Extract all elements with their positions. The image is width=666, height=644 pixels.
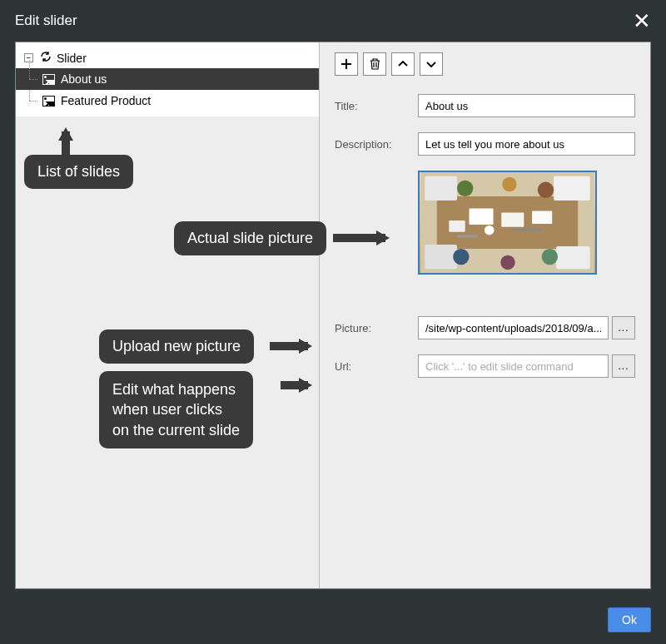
annotation-callout-list: List of slides [24,155,133,189]
svg-rect-2 [425,176,457,201]
image-icon [42,96,55,107]
annotation-arrow [333,230,395,246]
preview-illustration [420,172,595,273]
svg-point-6 [457,181,473,196]
svg-rect-12 [470,209,494,225]
close-icon[interactable]: ✕ [633,10,651,32]
tree-root[interactable]: − Slider [16,47,319,68]
annotation-callout-actual: Actual slide picture [174,221,326,255]
tree-item-about-us[interactable]: About us [16,68,319,90]
ok-button[interactable]: Ok [608,607,651,632]
dialog-title: Edit slider [15,12,77,29]
svg-rect-4 [425,245,457,269]
annotation-arrow [281,377,318,394]
chevron-down-icon [426,61,436,67]
left-panel: − Slider About us Featured Product [16,42,320,588]
svg-point-7 [502,177,516,191]
annotation-arrow [57,121,74,155]
tree-root-label: Slider [57,52,87,65]
tree-item-label: About us [61,72,107,86]
svg-point-8 [538,182,554,198]
svg-rect-13 [501,212,524,226]
toolbar [335,52,635,76]
title-row: Title: [335,94,635,117]
svg-rect-17 [514,229,542,231]
svg-point-9 [453,249,469,265]
tree-item-featured-product[interactable]: Featured Product [16,90,319,111]
slide-tree: − Slider About us Featured Product [16,42,319,116]
image-icon [42,74,55,85]
slide-preview-image[interactable] [418,171,597,275]
title-label: Title: [335,100,418,112]
svg-point-10 [500,255,514,270]
tree-item-label: Featured Product [61,94,151,107]
browse-url-button[interactable]: ... [612,354,635,378]
add-button[interactable] [335,52,358,76]
svg-rect-14 [532,211,552,223]
titlebar: Edit slider ✕ [0,0,666,42]
svg-point-11 [542,249,558,265]
picture-row: Picture: ... [335,316,635,339]
move-up-button[interactable] [391,52,415,76]
delete-button[interactable] [363,52,386,76]
dialog: Edit slider ✕ − Slider About us [0,0,666,644]
trash-icon [370,58,380,70]
picture-label: Picture: [335,322,418,334]
picture-input-group: ... [418,316,635,339]
annotation-callout-upload: Upload new picture [99,329,254,364]
svg-rect-3 [554,176,590,201]
title-input[interactable] [418,94,635,117]
description-label: Description: [335,138,418,151]
plus-icon [340,58,352,70]
description-input[interactable] [418,132,635,156]
refresh-icon [40,51,52,65]
annotation-arrow [270,338,318,354]
url-label: Url: [335,360,418,373]
right-panel: Title: Description: [320,42,650,588]
content-area: − Slider About us Featured Product [15,42,651,589]
chevron-up-icon [398,61,408,67]
url-row: Url: ... [335,354,635,378]
move-down-button[interactable] [420,52,443,76]
svg-rect-18 [457,235,477,238]
svg-rect-5 [556,246,590,269]
footer: Ok [0,599,666,644]
browse-picture-button[interactable]: ... [612,316,635,339]
annotation-callout-edit: Edit what happens when user clicks on th… [99,371,253,448]
svg-point-16 [485,225,495,235]
svg-rect-15 [449,220,465,232]
url-input-group: ... [418,354,635,378]
tree-children: About us Featured Product [16,68,319,111]
picture-input[interactable] [418,316,609,339]
description-row: Description: [335,132,635,156]
url-input[interactable] [418,354,609,378]
